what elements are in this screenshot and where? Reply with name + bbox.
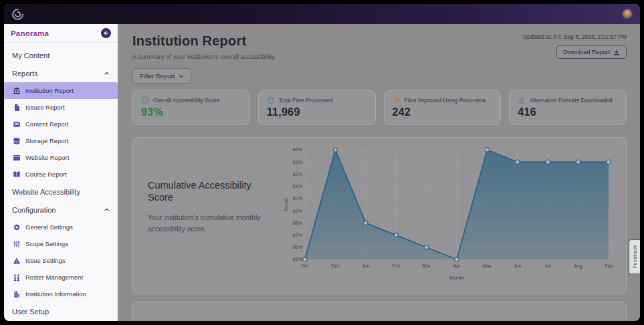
svg-text:89%: 89% [292, 208, 302, 214]
svg-text:88%: 88% [292, 220, 302, 226]
sidebar-item-label: User Setup [12, 308, 49, 316]
svg-text:90%: 90% [292, 195, 302, 201]
sidebar-item-label: Course Report [25, 171, 67, 178]
svg-text:93%: 93% [292, 159, 302, 165]
svg-text:Mar: Mar [422, 263, 431, 269]
stat-card-files-improved: Files Improved Using Panorama 242 [384, 90, 502, 125]
next-report-panel [132, 302, 627, 321]
sidebar-item-storage-report[interactable]: Storage Report [4, 132, 118, 149]
chart-area: 85%86%87%88%89%90%91%92%93%94%OctDecJanF… [282, 146, 617, 285]
download-report-button[interactable]: Download Report [556, 45, 627, 59]
sidebar-item-issues-report[interactable]: Issues Report [4, 99, 118, 116]
sidebar-item-website-report[interactable]: Website Report [4, 149, 118, 166]
svg-text:Dec: Dec [331, 263, 340, 269]
top-bar [4, 4, 640, 24]
user-avatar[interactable] [622, 9, 633, 19]
sidebar-item-reports[interactable]: Reports [4, 64, 118, 82]
feedback-tab-label: Feedback [632, 245, 638, 268]
screenshot-frame: Panorama My Content Reports Insti [0, 0, 644, 325]
gear-icon [13, 223, 21, 231]
svg-text:86%: 86% [292, 244, 302, 250]
stat-card-overall-accessibility: Overall Accessibility Score 93% [132, 90, 250, 125]
sidebar-title: Panorama [11, 29, 49, 37]
main-content: Institution Report A summary of your ins… [118, 24, 640, 321]
storage-database-icon [13, 137, 21, 145]
svg-text:Aug: Aug [574, 263, 582, 269]
stat-card-value: 416 [518, 106, 618, 118]
stat-card-value: 93% [141, 106, 241, 118]
filter-report-button[interactable]: Filter Report [132, 68, 191, 84]
svg-text:Feb: Feb [392, 263, 400, 269]
svg-text:87%: 87% [292, 232, 302, 238]
feedback-tab[interactable]: Feedback [629, 239, 640, 274]
sidebar-item-institution-information[interactable]: Institution Information [4, 286, 118, 302]
sliders-icon [13, 240, 21, 248]
sidebar-item-issue-settings[interactable]: Issue Settings [4, 252, 118, 269]
institution-icon [13, 87, 21, 95]
shield-icon [141, 96, 149, 104]
page-header-left: Institution Report A summary of your ins… [132, 33, 276, 60]
chevron-up-icon [104, 207, 110, 213]
sidebar-item-label: General Settings [25, 223, 73, 231]
sidebar-item-website-accessibility[interactable]: Website Accessibility [4, 183, 118, 201]
sidebar-item-label: Issues Report [25, 104, 65, 111]
svg-text:Apr: Apr [453, 263, 461, 269]
issues-file-icon [13, 104, 21, 112]
sidebar: Panorama My Content Reports Insti [4, 24, 118, 321]
sidebar-item-course-report[interactable]: Course Report [4, 166, 118, 183]
filter-report-label: Filter Report [140, 72, 175, 80]
updated-at-text: Updated at: Fri, Sep 8, 2023, 2:01:57 PM [523, 33, 627, 40]
panorama-logo-icon [11, 8, 24, 21]
sidebar-item-institution-report[interactable]: Institution Report [4, 82, 118, 99]
sidebar-item-roster-management[interactable]: Roster Management [4, 269, 118, 286]
svg-text:Jun: Jun [514, 263, 522, 269]
sidebar-item-label: Scope Settings [25, 240, 68, 247]
sidebar-header: Panorama [4, 24, 118, 43]
course-book-icon [13, 171, 21, 179]
sidebar-item-general-settings[interactable]: General Settings [4, 219, 118, 235]
download-report-label: Download Report [563, 49, 610, 56]
page-subtitle: A summary of your institution's overall … [132, 53, 276, 60]
arrow-up-right-icon [393, 96, 401, 104]
sidebar-item-label: Configuration [12, 206, 56, 214]
sidebar-item-label: Reports [12, 70, 38, 78]
svg-text:94%: 94% [292, 146, 302, 152]
stat-card-label: Alternative Formats Downloaded [530, 97, 612, 104]
download-icon [613, 49, 620, 56]
arrow-left-icon [103, 30, 109, 36]
app-window: Panorama My Content Reports Insti [4, 4, 640, 321]
cumulative-score-panel: Cumulative Accessibility Score Your inst… [132, 137, 627, 294]
chevron-down-icon [179, 74, 184, 79]
svg-text:Month: Month [449, 275, 464, 281]
sidebar-item-configuration[interactable]: Configuration [4, 201, 118, 219]
stat-card-label: Total Files Processed [279, 97, 333, 104]
stat-card-label: Overall Accessibility Score [153, 97, 220, 104]
content-card-icon [13, 120, 21, 128]
accessibility-chart-svg: 85%86%87%88%89%90%91%92%93%94%OctDecJanF… [282, 146, 617, 283]
chart-text-column: Cumulative Accessibility Score Your inst… [142, 146, 278, 285]
sidebar-item-label: Institution Report [25, 87, 74, 94]
sidebar-item-content-report[interactable]: Content Report [4, 116, 118, 132]
page-header: Institution Report A summary of your ins… [132, 33, 627, 60]
sidebar-item-label: Roster Management [25, 274, 83, 281]
sidebar-item-scope-settings[interactable]: Scope Settings [4, 235, 118, 252]
svg-text:Score: Score [283, 198, 289, 211]
sidebar-item-label: Storage Report [25, 137, 68, 144]
stat-card-label: Files Improved Using Panorama [405, 97, 486, 104]
download-icon [518, 96, 526, 104]
svg-text:May: May [482, 263, 492, 269]
stat-card-alt-formats: Alternative Formats Downloaded 416 [509, 90, 627, 125]
stat-card-value: 242 [393, 106, 493, 118]
chevron-up-icon [104, 70, 110, 76]
stat-card-value: 11,969 [267, 106, 367, 118]
website-browser-icon [13, 154, 21, 162]
sidebar-item-label: Website Report [25, 154, 69, 161]
sidebar-item-user-setup[interactable]: User Setup [4, 302, 118, 320]
sidebar-item-label: Institution Information [25, 290, 86, 298]
svg-text:Jan: Jan [362, 263, 370, 269]
sidebar-item-my-content[interactable]: My Content [4, 46, 118, 64]
refresh-icon [267, 96, 275, 104]
svg-text:92%: 92% [292, 171, 302, 177]
sidebar-item-label: My Content [12, 51, 49, 60]
sidebar-collapse-button[interactable] [101, 28, 111, 38]
